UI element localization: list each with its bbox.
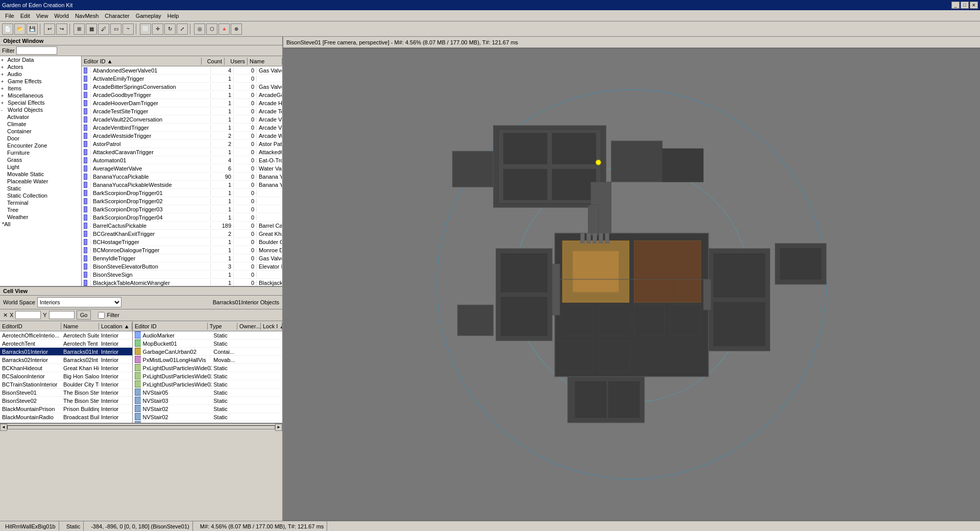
right-cell-row[interactable]: PxLightDustParticlesWide02Static xyxy=(133,364,282,372)
cell-row[interactable]: Barracks01InteriorBarracks01Int Tem...In… xyxy=(0,348,132,356)
toolbar-grid[interactable]: ⊞ xyxy=(74,23,85,35)
toolbar-nav[interactable]: 🔺 xyxy=(218,23,230,35)
close-button[interactable]: ✕ xyxy=(970,2,978,9)
tree-terminal[interactable]: Terminal xyxy=(0,199,81,206)
cell-col-name[interactable]: Name xyxy=(61,323,99,330)
tree-misc[interactable]: + Miscellaneous xyxy=(0,92,81,99)
right-cell-row[interactable]: GarbageCanUrban02Contai... xyxy=(133,348,282,356)
list-item[interactable]: BisonSteveSign10 xyxy=(82,271,282,279)
minimize-button[interactable]: _ xyxy=(951,2,960,9)
tree-light[interactable]: Light xyxy=(0,163,81,171)
right-cell-row[interactable]: NVStair05Static xyxy=(133,389,282,397)
list-item[interactable]: BisonSteveElevatorButton30Elevator Butto… xyxy=(82,262,282,271)
list-item[interactable]: BarrelCactusPickable1890Barrel Cactus xyxy=(82,222,282,230)
toolbar-open[interactable]: 📂 xyxy=(14,23,26,35)
list-item[interactable]: Automaton0140Eat-O-Tronic 3000 xyxy=(82,156,282,164)
toolbar-ref[interactable]: ⊕ xyxy=(231,23,242,35)
tree-grass[interactable]: Grass xyxy=(0,156,81,163)
toolbar-new[interactable]: 📄 xyxy=(2,23,13,35)
cell-row[interactable]: BlackMountainRadioBroadcast Building...I… xyxy=(0,413,132,421)
tree-furniture[interactable]: Furniture xyxy=(0,149,81,156)
cell-row[interactable]: BCTrainStationInteriorBoulder City Train… xyxy=(0,380,132,389)
toolbar-paint[interactable]: 🖊 xyxy=(98,23,109,35)
toolbar-obj[interactable]: ⬜ xyxy=(140,23,151,35)
cell-row[interactable]: AerotechTentAerotech TentInterior xyxy=(0,340,132,348)
list-item[interactable]: ArcadeBitterSpringsConversation10Gas Val… xyxy=(82,83,282,91)
tree-encounter-zone[interactable]: Encounter Zone xyxy=(0,142,81,149)
tree-actors[interactable]: + Actors xyxy=(0,63,81,70)
right-cell-row[interactable]: NVStair02Static xyxy=(133,421,282,423)
list-item[interactable]: ArcadeHooverDamTrigger10Arcade Hoover Da… xyxy=(82,99,282,107)
toolbar-marker[interactable]: ◎ xyxy=(194,23,205,35)
list-item[interactable]: AstorPatrol20Astor Patrol Stop xyxy=(82,140,282,148)
go-button[interactable]: Go xyxy=(77,310,91,320)
tree-world-objects[interactable]: - World Objects xyxy=(0,106,81,113)
list-item[interactable]: BCGreatKhanExitTrigger20Great Khan Exit … xyxy=(82,230,282,238)
list-item[interactable]: BlackjackTableAtomicWrangler10Blackjack … xyxy=(82,279,282,286)
header-name[interactable]: Name xyxy=(248,58,282,65)
list-item[interactable]: BarkScorpionDropTrigger0310 xyxy=(82,205,282,213)
menu-navmesh[interactable]: NavMesh xyxy=(72,12,102,20)
cell-row[interactable]: BisonSteve02The Bison Steve H...Interior xyxy=(0,397,132,405)
tree-tree[interactable]: Tree xyxy=(0,206,81,213)
cell-row[interactable]: BCSaloonInteriorBig Hon SaloonInterior xyxy=(0,372,132,380)
cell-row[interactable]: Barracks02InteriorBarracks02Int Tem...In… xyxy=(0,356,132,364)
menu-gameplay[interactable]: Gameplay xyxy=(133,12,164,20)
toolbar-land[interactable]: ▦ xyxy=(86,23,97,35)
tree-door[interactable]: Door xyxy=(0,135,81,142)
cell-col-editorid[interactable]: EditorID xyxy=(0,323,61,330)
filter-input[interactable] xyxy=(16,46,57,55)
list-item[interactable]: ArcadeWestsideTrigger20Arcade Westside T… xyxy=(82,132,282,140)
tree-climate[interactable]: Climate xyxy=(0,120,81,128)
cell-row[interactable]: BisonSteve01The Bison Steve H...Interior xyxy=(0,389,132,397)
tree-actor-data[interactable]: + Actor Data xyxy=(0,56,81,63)
header-editorid[interactable]: Editor ID ▲ xyxy=(82,58,202,65)
toolbar-rotate[interactable]: ↻ xyxy=(164,23,176,35)
toolbar-move[interactable]: ✛ xyxy=(152,23,163,35)
tree-static-collection[interactable]: Static Collection xyxy=(0,192,81,199)
toolbar-path[interactable]: ⬡ xyxy=(206,23,217,35)
cell-hscroll-right[interactable]: ► xyxy=(275,424,282,431)
toolbar-scale[interactable]: ⤢ xyxy=(177,23,188,35)
menu-file[interactable]: File xyxy=(2,12,17,20)
right-col-owner[interactable]: Owner... xyxy=(237,323,261,330)
menu-character[interactable]: Character xyxy=(102,12,132,20)
list-item[interactable]: ArcadeTestSiteTrigger10Arcade Test Site … xyxy=(82,107,282,115)
list-item[interactable]: AbandonedSewerValve0140Gas Valve xyxy=(82,66,282,75)
filter-checkbox[interactable] xyxy=(98,312,105,319)
maximize-button[interactable]: □ xyxy=(961,2,969,9)
toolbar-save[interactable]: 💾 xyxy=(27,23,38,35)
right-cell-row[interactable]: NVStair03Static xyxy=(133,397,282,405)
header-count[interactable]: Count xyxy=(202,58,225,65)
list-item[interactable]: ArcadeVault22Conversation10Arcade Vault … xyxy=(82,115,282,124)
tree-game-effects[interactable]: + Game Effects xyxy=(0,78,81,85)
tree-movable-static[interactable]: Movable Static xyxy=(0,171,81,178)
tree-special-effects[interactable]: + Special Effects xyxy=(0,99,81,106)
list-item[interactable]: BCMonroeDialogueTrigger10Monroe Dialogue… xyxy=(82,246,282,254)
tree-items[interactable]: + Items xyxy=(0,85,81,92)
list-item[interactable]: ArcadeGoodbyeTrigger10ArcadeGoodbyeTrigg xyxy=(82,91,282,99)
menu-help[interactable]: Help xyxy=(164,12,182,20)
tree-audio[interactable]: + Audio xyxy=(0,70,81,78)
tree-static[interactable]: Static xyxy=(0,185,81,192)
tree-all[interactable]: *All xyxy=(0,221,81,228)
list-item[interactable]: BarkScorpionDropTrigger0110 xyxy=(82,189,282,197)
menu-view[interactable]: View xyxy=(33,12,52,20)
tree-placeable-water[interactable]: Placeable Water xyxy=(0,178,81,185)
list-item[interactable]: BarkScorpionDropTrigger0210 xyxy=(82,197,282,205)
tree-weather[interactable]: Weather xyxy=(0,213,81,221)
tree-container[interactable]: Container xyxy=(0,128,81,135)
toolbar-flatten[interactable]: ▭ xyxy=(110,23,121,35)
cell-col-location[interactable]: Location ▲ xyxy=(99,323,132,330)
header-users[interactable]: Users xyxy=(225,58,248,65)
menu-edit[interactable]: Edit xyxy=(17,12,33,20)
right-col-editorid[interactable]: Editor ID xyxy=(133,323,208,330)
list-item[interactable]: BananaYuccaPickable900Banana Yucca xyxy=(82,173,282,181)
toolbar-undo[interactable]: ↩ xyxy=(44,23,55,35)
toolbar-redo[interactable]: ↪ xyxy=(56,23,67,35)
list-item[interactable]: ActivateEmilyTrigger10 xyxy=(82,75,282,83)
cell-row[interactable]: BlackMountainRadio2Broadcast Building...… xyxy=(0,421,132,423)
right-cell-row[interactable]: PxLightDustParticlesWide02Static xyxy=(133,372,282,380)
x-input[interactable] xyxy=(15,311,41,319)
list-item[interactable]: BananaYuccaPickableWestside10Banana Yucc… xyxy=(82,181,282,189)
